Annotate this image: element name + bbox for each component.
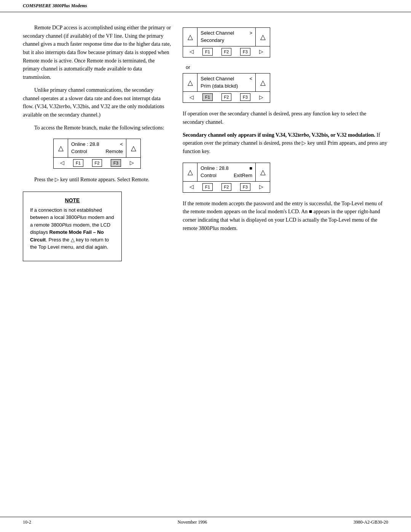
lcd-right-nav-button[interactable]: ▷ — [130, 160, 134, 166]
right-para2-italic: terbo — [298, 132, 309, 138]
lcd-secondary-f3[interactable]: F3 — [240, 48, 250, 56]
lcd-exitrem-f2[interactable]: F2 — [221, 183, 232, 191]
lcd-prim-bottom: ◁ F1 F2 F3 ▷ — [183, 92, 270, 102]
footer-left: 10-2 — [23, 519, 31, 525]
lcd-secondary-up-button[interactable]: △ — [183, 28, 198, 46]
lcd-exitrem-f1[interactable]: F1 — [202, 183, 213, 191]
lcd-bottom-row: ◁ F1 F2 F3 ▷ — [54, 158, 140, 168]
secondary-right-up-arrow-icon: △ — [260, 33, 266, 41]
lcd-secondary-top: △ Select Channel > Secondary △ — [183, 28, 270, 46]
lcd-panel-prim: △ Select Channel < Prim (data blckd) △ — [183, 73, 270, 103]
lcd-row1-left: Online : 28.8 — [71, 141, 99, 148]
note-box: NOTE If a connection is not established … — [23, 192, 122, 261]
lcd-exitrem-bottom: ◁ F1 F2 F3 ▷ — [183, 182, 270, 192]
lcd-secondary-right-up-button[interactable]: △ — [255, 28, 270, 46]
lcd-prim-top: △ Select Channel < Prim (data blckd) △ — [183, 73, 270, 92]
lcd-row2: Control Remote — [71, 148, 123, 155]
lcd-exitrem-top: △ Online : 28.8 ■ Control ExitRem △ — [183, 163, 270, 182]
lcd-prim-f2[interactable]: F2 — [221, 93, 232, 101]
lcd-prim-row1: Select Channel < — [201, 75, 252, 83]
right-column: △ Select Channel > Secondary △ — [183, 24, 388, 269]
lcd-left-nav-button[interactable]: ◁ — [60, 160, 64, 166]
lcd-prim-f3[interactable]: F3 — [240, 93, 250, 101]
right-para2-bold: Secondary channel only appears if using … — [183, 132, 375, 138]
right-up-arrow-icon: △ — [131, 144, 136, 152]
lcd-secondary-f1[interactable]: F1 — [202, 48, 213, 56]
prim-right-up-arrow-icon: △ — [260, 78, 266, 87]
after-lcd-text: Press the ▷ key until Remote appears. Se… — [23, 176, 171, 184]
lcd-prim-row1-right: < — [249, 75, 252, 83]
lcd-prim-up-button[interactable]: △ — [183, 73, 198, 92]
lcd-exitrem-up-button[interactable]: △ — [183, 163, 198, 181]
lcd-secondary-row2: Secondary — [201, 37, 252, 44]
lcd-row2-right: Remote — [105, 148, 123, 155]
lcd-secondary-row1: Select Channel > — [201, 30, 252, 37]
lcd-exitrem-row2-left: Control — [201, 172, 217, 179]
exitrem-right-up-arrow-icon: △ — [260, 168, 266, 176]
lcd-prim-left-nav[interactable]: ◁ — [190, 94, 194, 101]
secondary-up-arrow-icon: △ — [188, 33, 193, 41]
up-arrow-icon: △ — [58, 144, 64, 152]
lcd-prim-screen: Select Channel < Prim (data blckd) — [198, 73, 255, 92]
left-para2-italic: terbo — [59, 104, 70, 109]
note-content: If a connection is not established betwe… — [30, 206, 115, 251]
left-para1: Remote DCP access is accomplished using … — [23, 24, 171, 81]
lcd-exitrem-row2-right: ExitRem — [234, 172, 252, 179]
lcd-exitrem-row1-right: ■ — [249, 165, 252, 172]
lcd-f3-button[interactable]: F3 — [111, 159, 121, 167]
page-content: Remote DCP access is accomplished using … — [0, 12, 411, 292]
right-para1-text: If operation over the secondary channel … — [183, 111, 366, 125]
lcd-exitrem-row1-left: Online : 28.8 — [201, 165, 229, 172]
lcd-exitrem-row1: Online : 28.8 ■ — [201, 165, 252, 172]
lcd-prim-right-up-button[interactable]: △ — [255, 73, 270, 92]
lcd-secondary-row1-right: > — [249, 30, 252, 37]
lcd-exitrem-screen: Online : 28.8 ■ Control ExitRem — [198, 163, 255, 181]
lcd-top-row: △ Online : 28.8 < Control Remote △ — [54, 139, 140, 158]
lcd-secondary-row2-left: Secondary — [201, 37, 224, 44]
lcd-f1-button[interactable]: F1 — [73, 159, 83, 167]
lcd-right-up-button[interactable]: △ — [126, 139, 140, 157]
lcd-prim-right-nav[interactable]: ▷ — [259, 94, 263, 101]
header-title-main: COMSPHERE 3800 — [23, 3, 62, 8]
left-para3: To access the Remote branch, make the fo… — [23, 124, 171, 132]
lcd-secondary-bottom: ◁ F1 F2 F3 ▷ — [183, 46, 270, 57]
lcd-f2-button[interactable]: F2 — [92, 159, 102, 167]
note-italic1: Plus — [77, 214, 86, 220]
lcd-exitrem-row2: Control ExitRem — [201, 172, 252, 179]
lcd-secondary-screen: Select Channel > Secondary — [198, 28, 255, 46]
lcd-secondary-f2[interactable]: F2 — [221, 48, 232, 56]
left-column: Remote DCP access is accomplished using … — [23, 24, 171, 269]
lcd-row1: Online : 28.8 < — [71, 141, 123, 148]
lcd-screen: Online : 28.8 < Control Remote — [68, 139, 126, 157]
prim-up-arrow-icon: △ — [188, 78, 193, 87]
right-para3: If the remote modem accepts the password… — [183, 200, 388, 233]
lcd-exitrem-right-nav[interactable]: ▷ — [259, 184, 263, 190]
footer-center: November 1996 — [178, 519, 207, 525]
lcd-secondary-left-nav[interactable]: ◁ — [190, 48, 194, 55]
exitrem-up-arrow-icon: △ — [188, 168, 193, 176]
or-label: or — [186, 64, 388, 70]
footer-right: 3980-A2-GB30-20 — [354, 519, 388, 525]
lcd-secondary-row1-left: Select Channel — [201, 30, 234, 37]
lcd-row2-left: Control — [71, 148, 87, 155]
lcd-exitrem-f3[interactable]: F3 — [240, 183, 250, 191]
page-footer: 10-2 November 1996 3980-A2-GB30-20 — [0, 517, 411, 525]
lcd-prim-row1-left: Select Channel — [201, 75, 234, 83]
right-para3-italic: Plus — [209, 225, 219, 231]
header-title-italic: Plus — [62, 3, 70, 8]
right-para2: Secondary channel only appears if using … — [183, 131, 388, 156]
lcd-panel-exitrem: △ Online : 28.8 ■ Control ExitRem △ — [183, 163, 270, 193]
right-para3-suffix: modem. — [219, 225, 237, 231]
lcd-up-button[interactable]: △ — [54, 139, 68, 157]
lcd-exitrem-left-nav[interactable]: ◁ — [190, 184, 194, 190]
left-para2: Unlike primary channel communications, t… — [23, 86, 171, 119]
page-header: COMSPHERE 3800Plus Modems — [0, 0, 411, 12]
header-left: COMSPHERE 3800Plus Modems — [23, 3, 87, 9]
lcd-prim-f1[interactable]: F1 — [202, 93, 213, 101]
lcd-prim-row2: Prim (data blckd) — [201, 83, 252, 90]
header-title-suffix: Modems — [70, 3, 87, 8]
lcd-row1-right: < — [120, 141, 123, 148]
lcd-exitrem-right-up-button[interactable]: △ — [255, 163, 270, 181]
lcd-panel-online-remote: △ Online : 28.8 < Control Remote △ — [53, 139, 141, 169]
lcd-secondary-right-nav[interactable]: ▷ — [259, 48, 263, 55]
